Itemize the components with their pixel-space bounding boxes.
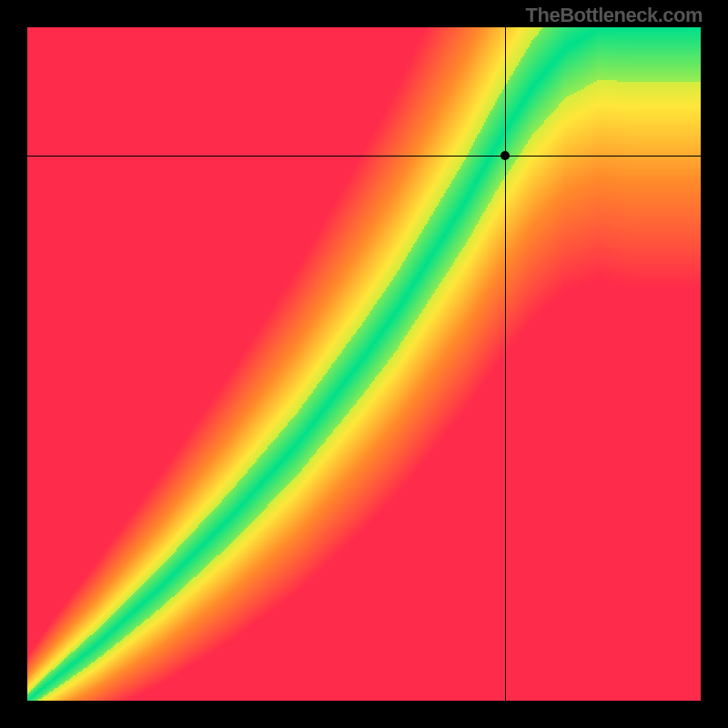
heatmap-plot[interactable] <box>27 27 701 701</box>
chart-container: TheBottleneck.com <box>0 0 728 728</box>
heatmap-canvas <box>27 27 701 701</box>
attribution-label: TheBottleneck.com <box>526 4 703 27</box>
